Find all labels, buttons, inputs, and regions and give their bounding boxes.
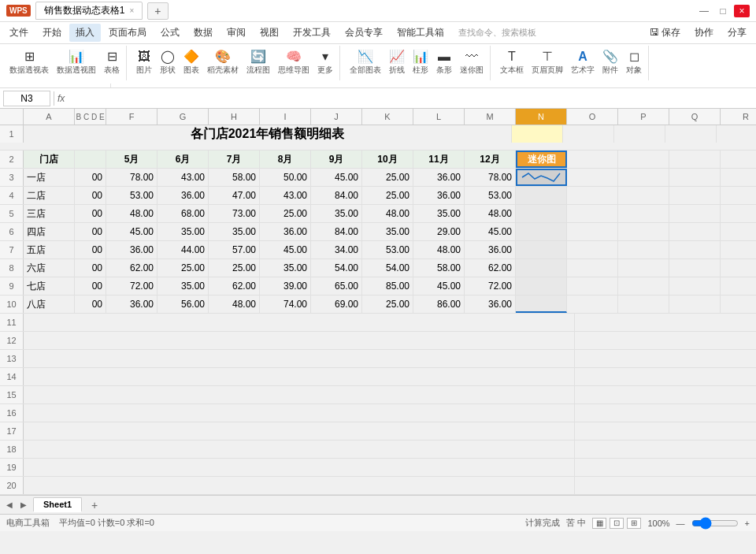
cell-q2[interactable] <box>669 151 721 168</box>
cell-g10[interactable]: 56.00 <box>158 296 209 313</box>
col-header-p[interactable]: P <box>618 109 669 125</box>
cell-i7[interactable]: 45.00 <box>260 241 311 258</box>
menu-review[interactable]: 审阅 <box>220 24 252 42</box>
cell-i9[interactable]: 39.00 <box>260 277 311 295</box>
cell-o10[interactable] <box>567 296 618 313</box>
cell-o6[interactable] <box>567 223 618 240</box>
cell-e2[interactable] <box>75 151 106 168</box>
toolbar-header-footer[interactable]: ⊤ 页眉页脚 <box>528 47 566 79</box>
cell-p6[interactable] <box>618 223 669 240</box>
cell-f2[interactable]: 5月 <box>106 151 158 168</box>
sheet-nav-right[interactable]: ▶ <box>17 499 30 511</box>
cell-p5[interactable] <box>618 205 669 222</box>
cell-e7[interactable]: 00 <box>75 241 106 258</box>
cell-g3[interactable]: 43.00 <box>158 169 209 186</box>
col-header-o[interactable]: O <box>567 109 618 125</box>
cell-q3[interactable] <box>669 169 721 186</box>
cell-k10[interactable]: 25.00 <box>362 296 413 313</box>
zoom-minus-btn[interactable]: — <box>676 519 685 528</box>
cell-o2[interactable] <box>567 151 618 168</box>
cell-e8[interactable]: 00 <box>75 259 106 277</box>
cell-j10[interactable]: 69.00 <box>311 296 362 313</box>
cell-reference-input[interactable]: N3 <box>3 91 50 106</box>
col-header-g[interactable]: G <box>158 109 209 125</box>
cell-p10[interactable] <box>618 296 669 313</box>
cell-19[interactable] <box>24 459 575 476</box>
cell-g5[interactable]: 68.00 <box>158 205 209 222</box>
cell-l7[interactable]: 48.00 <box>413 241 465 258</box>
normal-view-btn[interactable]: ▦ <box>592 518 606 529</box>
cell-e3[interactable]: 00 <box>75 169 106 186</box>
sheet-tab-sheet1[interactable]: Sheet1 <box>33 497 82 512</box>
menu-developer[interactable]: 开发工具 <box>287 24 337 42</box>
maximize-btn[interactable]: □ <box>715 5 731 17</box>
menu-share[interactable]: 分享 <box>721 24 753 42</box>
cell-h3[interactable]: 58.00 <box>209 169 260 186</box>
toolbar-object[interactable]: ◻ 对象 <box>623 47 645 79</box>
cell-r8[interactable] <box>721 259 756 277</box>
cell-g4[interactable]: 36.00 <box>158 187 209 204</box>
col-header-h[interactable]: H <box>209 109 260 125</box>
page-view-btn[interactable]: ⊡ <box>610 518 624 529</box>
cell-r5[interactable] <box>721 205 756 222</box>
document-tab[interactable]: 销售数据动态表格1 × <box>35 2 143 20</box>
cell-g2[interactable]: 6月 <box>158 151 209 168</box>
cell-l5[interactable]: 35.00 <box>413 205 465 222</box>
cell-h8[interactable]: 25.00 <box>209 259 260 277</box>
cell-n9[interactable] <box>516 277 567 295</box>
toolbar-attach[interactable]: 📎 附件 <box>599 47 621 79</box>
cell-a9[interactable]: 七店 <box>24 277 75 295</box>
cell-18[interactable] <box>24 441 575 458</box>
col-header-r[interactable]: R <box>721 109 756 125</box>
cell-e5[interactable]: 00 <box>75 205 106 222</box>
toolbar-pivot-chart[interactable]: 📊 数据透视图 <box>54 47 99 79</box>
menu-collab[interactable]: 协作 <box>688 24 720 42</box>
cell-r4[interactable] <box>721 187 756 204</box>
cell-j5[interactable]: 35.00 <box>311 205 362 222</box>
cell-n4[interactable] <box>516 187 567 204</box>
toolbar-material[interactable]: 🎨 稻壳素材 <box>204 47 242 79</box>
cell-j3[interactable]: 45.00 <box>311 169 362 186</box>
cell-13[interactable] <box>24 350 575 367</box>
col-header-f[interactable]: F <box>106 109 158 125</box>
toolbar-bar[interactable]: ▬ 条形 <box>433 47 455 79</box>
cell-a6[interactable]: 四店 <box>24 223 75 240</box>
cell-p3[interactable] <box>618 169 669 186</box>
toolbar-more[interactable]: ▾ 更多 <box>314 47 336 79</box>
col-header-a[interactable]: A <box>24 109 75 125</box>
cell-k4[interactable]: 25.00 <box>362 187 413 204</box>
cell-m9[interactable]: 72.00 <box>465 277 516 295</box>
cell-a2[interactable]: 门店 <box>24 151 75 168</box>
cell-p8[interactable] <box>618 259 669 277</box>
cell-15[interactable] <box>24 386 575 403</box>
add-tab-btn[interactable]: + <box>147 2 168 20</box>
cell-q5[interactable] <box>669 205 721 222</box>
cell-l10[interactable]: 86.00 <box>413 296 465 313</box>
cell-n6[interactable] <box>516 223 567 240</box>
cell-m4[interactable]: 53.00 <box>465 187 516 204</box>
toolbar-icon-btn[interactable]: 🔶 图表 <box>180 47 202 79</box>
menu-insert[interactable]: 插入 <box>69 24 101 42</box>
cell-h5[interactable]: 73.00 <box>209 205 260 222</box>
cell-f9[interactable]: 72.00 <box>106 277 158 295</box>
menu-member[interactable]: 会员专享 <box>339 24 389 42</box>
toolbar-all-charts[interactable]: 📉 全部图表 <box>346 47 384 79</box>
toolbar-shape[interactable]: ◯ 形状 <box>157 47 179 79</box>
cell-a8[interactable]: 六店 <box>24 259 75 277</box>
menu-file[interactable]: 文件 <box>3 24 35 42</box>
menu-home[interactable]: 开始 <box>36 24 68 42</box>
cell-a5[interactable]: 三店 <box>24 205 75 222</box>
cell-p2[interactable] <box>618 151 669 168</box>
menu-data[interactable]: 数据 <box>187 24 219 42</box>
cell-i2[interactable]: 8月 <box>260 151 311 168</box>
menu-layout[interactable]: 页面布局 <box>102 24 153 42</box>
cell-f8[interactable]: 62.00 <box>106 259 158 277</box>
minimize-btn[interactable]: — <box>696 5 712 17</box>
cell-o8[interactable] <box>567 259 618 277</box>
col-header-j[interactable]: J <box>311 109 362 125</box>
cell-q4[interactable] <box>669 187 721 204</box>
cell-h4[interactable]: 47.00 <box>209 187 260 204</box>
add-sheet-btn[interactable]: + <box>85 497 104 513</box>
cell-k9[interactable]: 85.00 <box>362 277 413 295</box>
cell-a3[interactable]: 一店 <box>24 169 75 186</box>
